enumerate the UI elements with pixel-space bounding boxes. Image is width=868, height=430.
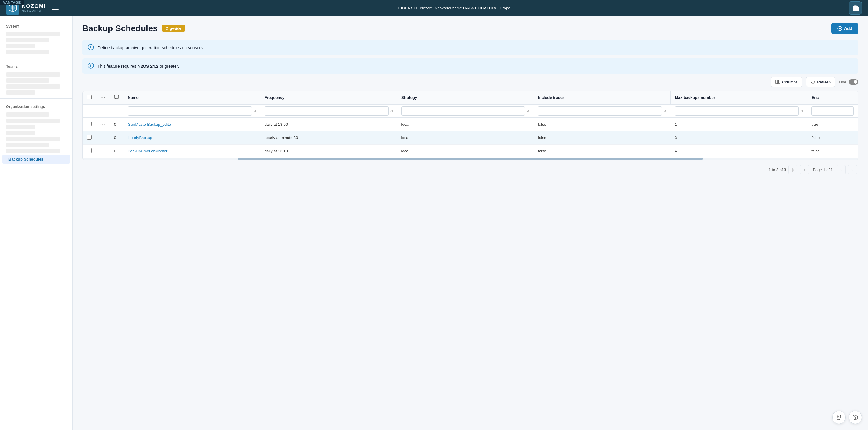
link-button[interactable] (832, 411, 846, 424)
topbar: NOZOMI NETWORKS LICENSEE Nozomi Networks… (0, 0, 868, 16)
sidebar-blurred-13 (6, 137, 60, 141)
col-header-name[interactable]: Name (123, 91, 260, 104)
filter-strategy-icon[interactable]: ⊿ (526, 109, 529, 113)
col-header-enc[interactable]: Enc (807, 91, 858, 104)
sidebar-blurred-12 (6, 131, 35, 135)
filter-strategy-input[interactable] (401, 106, 525, 115)
row2-max-backups: 3 (670, 131, 807, 144)
pagination-first-button[interactable]: |‹ (788, 165, 798, 174)
row3-enc: false (807, 144, 858, 158)
row2-enc: false (807, 131, 858, 144)
row3-name-link[interactable]: BackupCmcLabMaster (128, 149, 168, 153)
col-header-checkbox (83, 91, 96, 104)
page-header-left: Backup Schedules Org-wide (82, 24, 185, 33)
refresh-button[interactable]: Refresh (806, 77, 836, 87)
filter-frequency-input[interactable] (265, 106, 389, 115)
col-header-strategy[interactable]: Strategy (397, 91, 534, 104)
footer-buttons (832, 411, 862, 424)
sidebar-blurred-11 (6, 125, 35, 129)
table-row: ··· 0 GenMasterBackup_edite daily at 13:… (83, 118, 858, 131)
pagination-prev-button[interactable]: ‹ (800, 165, 809, 174)
hamburger-button[interactable] (51, 4, 60, 11)
svg-text:i: i (90, 45, 91, 49)
select-all-checkbox[interactable] (87, 95, 92, 99)
filter-actions (96, 104, 110, 118)
row1-actions-icon[interactable]: ··· (100, 122, 105, 127)
scroll-thumb[interactable] (238, 158, 703, 160)
live-label: Live (839, 80, 846, 85)
pagination-page-info: Page 1 of 1 (811, 168, 834, 172)
row2-actions-icon[interactable]: ··· (100, 135, 105, 140)
filter-name: ⊿ (123, 104, 260, 118)
filter-frequency-icon[interactable]: ⊿ (390, 109, 393, 113)
row3-include-traces: false (534, 144, 670, 158)
filter-name-icon[interactable]: ⊿ (253, 109, 256, 113)
filter-include-traces: ⊿ (534, 104, 670, 118)
sidebar-section-system: System (0, 22, 72, 30)
live-toggle: Live (839, 79, 858, 85)
row3-actions-icon[interactable]: ··· (100, 148, 105, 154)
filter-include-traces-icon[interactable]: ⊿ (663, 109, 666, 113)
sidebar-blurred-6 (6, 78, 49, 82)
add-button[interactable]: Add (831, 23, 858, 34)
filter-strategy: ⊿ (397, 104, 534, 118)
row2-include-traces: false (534, 131, 670, 144)
col-header-max-backups[interactable]: Max backups number (670, 91, 807, 104)
table-header-row: ··· Name Frequency Strategy (83, 91, 858, 104)
row3-name: BackupCmcLabMaster (123, 144, 260, 158)
row2-comments: 0 (110, 131, 123, 144)
sidebar-blurred-15 (6, 149, 60, 153)
filter-name-input[interactable] (128, 106, 252, 115)
columns-button[interactable]: Columns (771, 77, 802, 87)
info-icon-1: i (88, 44, 94, 51)
svg-point-15 (855, 419, 856, 419)
sidebar-section-teams: Teams (0, 62, 72, 70)
row3-frequency: daily at 13:10 (260, 144, 397, 158)
org-wide-badge: Org-wide (162, 25, 185, 32)
logo-text-group: NOZOMI NETWORKS (22, 3, 46, 12)
row1-include-traces: false (534, 118, 670, 131)
row3-comments: 0 (110, 144, 123, 158)
live-toggle-switch[interactable] (849, 79, 858, 85)
row3-strategy: local (397, 144, 534, 158)
settings-button[interactable] (849, 1, 862, 14)
filter-max-backups-input[interactable] (675, 106, 799, 115)
filter-enc-input[interactable] (811, 106, 854, 115)
sidebar-blurred-5 (6, 72, 60, 76)
sidebar-item-backup-schedules[interactable]: Backup Schedules (2, 155, 70, 164)
pagination-last-button[interactable]: ›| (848, 165, 857, 174)
page-title: Backup Schedules (82, 24, 158, 33)
info-icon-2: i (88, 63, 94, 70)
row2-name: HourlyBackup (123, 131, 260, 144)
sidebar-blurred-14 (6, 143, 49, 147)
sidebar-blurred-10 (6, 119, 60, 123)
table-toolbar: Columns Refresh Live (82, 77, 858, 87)
row2-name-link[interactable]: HourlyBackup (128, 135, 152, 140)
row3-checkbox (83, 144, 96, 158)
col-header-include-traces[interactable]: Include traces (534, 91, 670, 104)
filter-checkbox (83, 104, 96, 118)
col-header-frequency[interactable]: Frequency (260, 91, 397, 104)
pagination-next-button[interactable]: › (837, 165, 846, 174)
sidebar-blurred-3 (6, 44, 35, 48)
row1-actions: ··· (96, 118, 110, 131)
table-row: ··· 0 BackupCmcLabMaster daily at 13:10 … (83, 144, 858, 158)
filter-max-backups-icon[interactable]: ⊿ (800, 109, 803, 113)
actions-dots-icon[interactable]: ··· (100, 95, 105, 100)
sidebar-blurred-1 (6, 32, 60, 36)
row1-select-checkbox[interactable] (87, 122, 92, 126)
row1-name-link[interactable]: GenMasterBackup_edite (128, 122, 171, 127)
row2-strategy: local (397, 131, 534, 144)
row2-frequency: hourly at minute 30 (260, 131, 397, 144)
table-body: ··· 0 GenMasterBackup_edite daily at 13:… (83, 118, 858, 158)
horizontal-scrollbar[interactable] (83, 158, 858, 160)
page-header: Backup Schedules Org-wide Add (82, 23, 858, 34)
sidebar-section-org: Organization settings (0, 102, 72, 111)
row3-select-checkbox[interactable] (87, 148, 92, 153)
row1-name: GenMasterBackup_edite (123, 118, 260, 131)
row1-max-backups: 1 (670, 118, 807, 131)
filter-include-traces-input[interactable] (538, 106, 662, 115)
help-button[interactable] (849, 411, 862, 424)
sidebar-blurred-7 (6, 85, 60, 89)
row2-select-checkbox[interactable] (87, 135, 92, 140)
